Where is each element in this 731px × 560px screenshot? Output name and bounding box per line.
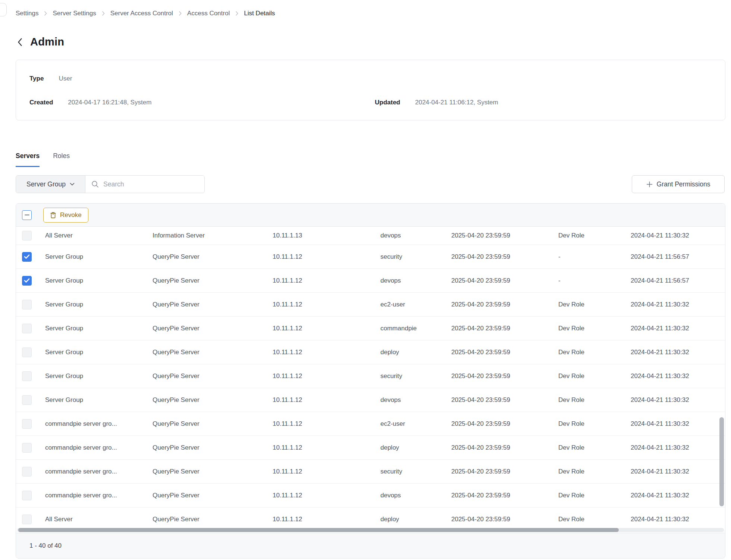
cell-role: Dev Role xyxy=(558,396,631,404)
cell-group: All Server xyxy=(45,232,153,239)
row-checkbox[interactable] xyxy=(22,515,32,524)
row-checkbox[interactable] xyxy=(22,395,32,405)
cell-ip: 10.11.1.12 xyxy=(273,492,380,499)
cell-role: Dev Role xyxy=(558,468,631,475)
row-checkbox-cell xyxy=(16,443,45,453)
cell-granted: 2024-04-21 11:30:32 xyxy=(631,468,707,475)
row-checkbox[interactable] xyxy=(22,443,32,453)
row-checkbox-checked[interactable] xyxy=(22,252,32,262)
cell-group: commandpie server gro... xyxy=(45,468,153,475)
row-checkbox-cell xyxy=(16,324,45,333)
vertical-scrollbar-thumb[interactable] xyxy=(719,417,724,506)
tab-bar: Servers Roles xyxy=(16,152,70,167)
breadcrumb-item-server-settings[interactable]: Server Settings xyxy=(53,10,96,17)
cell-granted: 2024-04-21 11:30:32 xyxy=(631,349,707,356)
tab-roles[interactable]: Roles xyxy=(53,152,70,167)
select-all-checkbox[interactable] xyxy=(22,210,32,220)
cell-ip: 10.11.1.12 xyxy=(273,396,380,404)
cell-expires: 2025-04-20 23:59:59 xyxy=(451,232,558,239)
row-checkbox[interactable] xyxy=(22,371,32,381)
cell-account: devops xyxy=(380,232,451,239)
cell-role: Dev Role xyxy=(558,301,631,308)
table-footer: 1 - 40 of 40 xyxy=(16,533,725,558)
cell-expires: 2025-04-20 23:59:59 xyxy=(451,349,558,356)
horizontal-scrollbar[interactable] xyxy=(17,528,724,532)
server-group-dropdown[interactable]: Server Group xyxy=(16,176,85,193)
breadcrumb-item-list-details: List Details xyxy=(244,10,275,17)
cell-granted: 2024-04-21 11:30:32 xyxy=(631,516,707,523)
type-value: User xyxy=(59,75,72,82)
row-checkbox[interactable] xyxy=(22,347,32,357)
row-checkbox-cell xyxy=(16,515,45,524)
cell-group: Server Group xyxy=(45,301,153,308)
minus-icon xyxy=(25,214,29,216)
cell-ip: 10.11.1.12 xyxy=(273,277,380,284)
row-checkbox[interactable] xyxy=(22,324,32,333)
cell-expires: 2025-04-20 23:59:59 xyxy=(451,468,558,475)
cell-server: QueryPie Server xyxy=(153,253,273,261)
cell-account: ec2-user xyxy=(380,301,451,308)
breadcrumb-item-settings[interactable]: Settings xyxy=(16,10,38,17)
grant-permissions-button[interactable]: Grant Permissions xyxy=(632,175,725,193)
cell-role: Dev Role xyxy=(558,492,631,499)
type-label: Type xyxy=(29,75,44,82)
cell-expires: 2025-04-20 23:59:59 xyxy=(451,492,558,499)
tab-servers[interactable]: Servers xyxy=(16,152,40,167)
cell-granted: 2024-04-21 11:30:32 xyxy=(631,396,707,404)
row-checkbox-cell xyxy=(16,419,45,429)
row-checkbox[interactable] xyxy=(22,231,32,240)
cell-server: Information Server xyxy=(153,232,273,239)
cell-server: QueryPie Server xyxy=(153,444,273,452)
row-checkbox-cell xyxy=(16,491,45,500)
cell-group: commandpie server gro... xyxy=(45,420,153,428)
cell-role: Dev Role xyxy=(558,420,631,428)
cell-server: QueryPie Server xyxy=(153,349,273,356)
row-checkbox-cell xyxy=(16,231,45,240)
cell-group: commandpie server gro... xyxy=(45,492,153,499)
cell-role: Dev Role xyxy=(558,325,631,332)
revoke-button[interactable]: Revoke xyxy=(43,208,88,223)
created-value: 2024-04-17 16:21:48, System xyxy=(68,99,151,106)
updated-field: Updated 2024-04-21 11:06:12, System xyxy=(375,99,498,106)
row-checkbox-cell xyxy=(16,276,45,286)
row-checkbox[interactable] xyxy=(22,419,32,429)
horizontal-scrollbar-thumb[interactable] xyxy=(18,528,619,532)
cell-granted: 2024-04-21 11:30:32 xyxy=(631,372,707,380)
cell-granted: 2024-04-21 11:30:32 xyxy=(631,325,707,332)
table-row: Server GroupQueryPie Server10.11.1.12sec… xyxy=(16,245,725,269)
back-button[interactable] xyxy=(17,37,23,47)
row-checkbox-cell xyxy=(16,371,45,381)
table-row: Server GroupQueryPie Server10.11.1.12dev… xyxy=(16,388,725,412)
row-count: 1 - 40 of 40 xyxy=(29,542,62,550)
cell-expires: 2025-04-20 23:59:59 xyxy=(451,420,558,428)
cell-role: Dev Role xyxy=(558,372,631,380)
cell-ip: 10.11.1.12 xyxy=(273,468,380,475)
breadcrumb-item-access-control[interactable]: Access Control xyxy=(187,10,230,17)
row-checkbox[interactable] xyxy=(22,300,32,309)
cell-account: security xyxy=(380,468,451,475)
cell-server: QueryPie Server xyxy=(153,492,273,499)
cell-account: deploy xyxy=(380,349,451,356)
cell-role: Dev Role xyxy=(558,516,631,523)
breadcrumb-item-server-access-control[interactable]: Server Access Control xyxy=(110,10,173,17)
row-checkbox[interactable] xyxy=(22,467,32,476)
cell-server: QueryPie Server xyxy=(153,396,273,404)
cell-ip: 10.11.1.12 xyxy=(273,325,380,332)
table-row: Server GroupQueryPie Server10.11.1.12ec2… xyxy=(16,293,725,317)
table-row: Server GroupQueryPie Server10.11.1.12dev… xyxy=(16,269,725,293)
cell-role: Dev Role xyxy=(558,232,631,239)
cell-ip: 10.11.1.12 xyxy=(273,349,380,356)
row-checkbox[interactable] xyxy=(22,491,32,500)
cell-group: Server Group xyxy=(45,349,153,356)
row-checkbox-checked[interactable] xyxy=(22,276,32,286)
search-input[interactable] xyxy=(103,176,204,193)
table-toolbar: Revoke xyxy=(16,204,725,227)
cell-granted: 2024-04-21 11:56:57 xyxy=(631,277,707,284)
cell-ip: 10.11.1.12 xyxy=(273,372,380,380)
side-panel-edge[interactable] xyxy=(0,3,7,16)
cell-expires: 2025-04-20 23:59:59 xyxy=(451,325,558,332)
cell-expires: 2025-04-20 23:59:59 xyxy=(451,253,558,261)
table-row: Server GroupQueryPie Server10.11.1.12sec… xyxy=(16,364,725,388)
grant-permissions-label: Grant Permissions xyxy=(657,180,710,188)
plus-icon xyxy=(646,181,653,188)
